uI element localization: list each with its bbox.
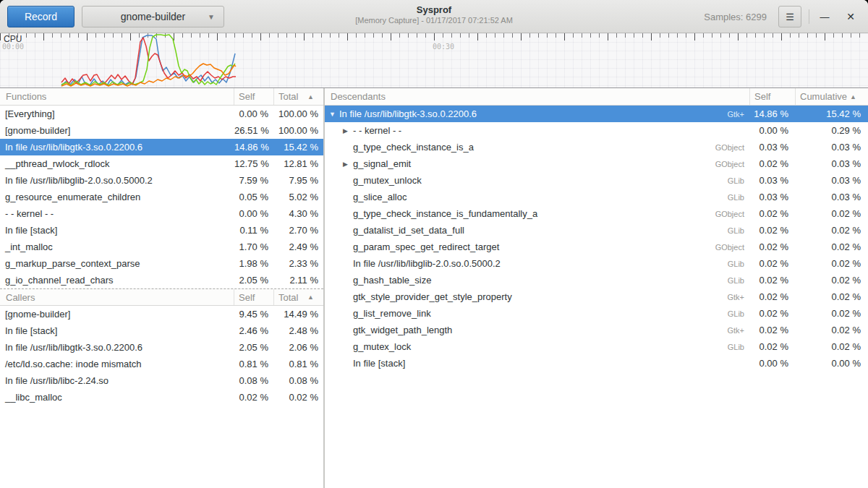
time-label-start: 00:00 — [2, 43, 24, 51]
cumulative-value: 0.02 % — [796, 208, 868, 219]
function-name: g_markup_parse_context_parse — [0, 258, 234, 269]
tree-row[interactable]: ▶g_signal_emitGObject0.02 %0.03 % — [325, 155, 868, 172]
cumulative-value: 0.02 % — [796, 325, 868, 335]
table-row[interactable]: In file /usr/lib/libgtk-3.so.0.2200.614.… — [0, 139, 323, 155]
tree-row[interactable]: g_type_check_instance_is_aGObject0.03 %0… — [325, 139, 868, 155]
table-row[interactable]: _int_malloc1.70 %2.49 % — [0, 239, 323, 255]
table-row[interactable]: In file /usr/lib/libglib-2.0.so.0.5000.2… — [0, 172, 323, 189]
total-value: 2.11 % — [274, 275, 323, 286]
function-name: [gnome-builder] — [0, 125, 234, 136]
total-value: 12.81 % — [274, 158, 323, 169]
cumulative-column-header[interactable]: Cumulative ▲ — [796, 88, 868, 105]
tree-row[interactable]: In file [stack]0.00 %0.00 % — [325, 355, 868, 372]
table-row[interactable]: /etc/ld.so.cache: inode mismatch0.81 %0.… — [0, 356, 323, 372]
self-column-header[interactable]: Self — [234, 88, 274, 105]
self-value: 0.00 % — [234, 208, 274, 219]
tree-row[interactable]: g_list_remove_linkGLib0.02 %0.02 % — [325, 305, 868, 322]
self-value: 2.05 % — [234, 342, 274, 353]
function-name: g_type_check_instance_is_a — [353, 142, 474, 153]
table-row[interactable]: [Everything]0.00 %100.00 % — [0, 106, 323, 122]
minimize-button[interactable]: — — [813, 6, 836, 27]
self-column-header[interactable]: Self — [234, 289, 274, 305]
tree-row[interactable]: g_type_check_instance_is_fundamentally_a… — [325, 205, 868, 222]
descendants-tree: ▼In file /usr/lib/libgtk-3.so.0.2200.6Gt… — [325, 106, 868, 372]
self-value: 12.75 % — [234, 158, 274, 169]
self-value: 0.02 % — [750, 241, 796, 252]
callers-column-header[interactable]: Callers — [0, 289, 234, 305]
tree-row[interactable]: gtk_style_provider_get_style_propertyGtk… — [325, 288, 868, 305]
function-name: g_param_spec_get_redirect_target — [353, 241, 499, 252]
total-value: 2.48 % — [274, 325, 323, 336]
library-tag: Gtk+ — [727, 326, 750, 335]
table-row[interactable]: __libc_malloc0.02 %0.02 % — [0, 389, 323, 406]
descendants-column-header[interactable]: Descendants — [325, 88, 750, 105]
sort-ascending-icon: ▲ — [307, 93, 314, 100]
library-tag: GObject — [715, 160, 750, 168]
process-selector-dropdown[interactable]: gnome-builder ▼ — [82, 6, 224, 27]
cumulative-value: 0.03 % — [796, 192, 868, 202]
tree-row[interactable]: g_datalist_id_set_data_fullGLib0.02 %0.0… — [325, 222, 868, 239]
functions-column-header[interactable]: Functions — [0, 88, 234, 105]
tree-row[interactable]: gtk_widget_path_lengthGtk+0.02 %0.02 % — [325, 322, 868, 338]
table-row[interactable]: [gnome-builder]26.51 %100.00 % — [0, 122, 323, 139]
self-value: 9.45 % — [234, 309, 274, 320]
total-value: 2.33 % — [274, 258, 323, 269]
expander-icon[interactable]: ▶ — [343, 127, 353, 134]
table-row[interactable]: __pthread_rwlock_rdlock12.75 %12.81 % — [0, 155, 323, 172]
tree-row[interactable]: g_param_spec_get_redirect_targetGObject0… — [325, 239, 868, 255]
library-tag: GLib — [728, 176, 750, 185]
self-value: 0.02 % — [750, 291, 796, 302]
tree-row[interactable]: g_mutex_lockGLib0.02 %0.02 % — [325, 338, 868, 355]
menu-button[interactable]: ☰ — [778, 6, 801, 27]
table-row[interactable]: In file [stack]2.46 %2.48 % — [0, 322, 323, 339]
close-button[interactable]: ✕ — [839, 6, 862, 27]
tree-row[interactable]: g_slice_allocGLib0.03 %0.03 % — [325, 189, 868, 205]
tree-row[interactable]: g_hash_table_sizeGLib0.02 %0.02 % — [325, 272, 868, 288]
callers-list: [gnome-builder]9.45 %14.49 %In file [sta… — [0, 306, 323, 406]
self-value: 0.00 % — [750, 125, 796, 136]
tree-row[interactable]: ▶- - kernel - -0.00 %0.29 % — [325, 122, 868, 139]
library-tag: Gtk+ — [727, 293, 750, 301]
function-name: [gnome-builder] — [0, 309, 234, 320]
process-selector-label: gnome-builder — [121, 11, 186, 22]
self-value: 0.02 % — [234, 392, 274, 403]
function-name: __pthread_rwlock_rdlock — [0, 158, 234, 169]
total-column-header[interactable]: Total ▲ — [274, 88, 323, 105]
functions-header: Functions Self Total ▲ — [0, 88, 323, 106]
cpu-timeline[interactable]: CPU 00:00 00:30 — [0, 33, 868, 88]
tree-row[interactable]: In file /usr/lib/libglib-2.0.so.0.5000.2… — [325, 255, 868, 272]
table-row[interactable]: - - kernel - -0.00 %4.30 % — [0, 205, 323, 222]
expander-icon[interactable]: ▶ — [343, 160, 353, 168]
tree-row[interactable]: g_mutex_unlockGLib0.03 %0.03 % — [325, 172, 868, 189]
self-column-header[interactable]: Self — [750, 88, 796, 105]
table-row[interactable]: In file [stack]0.11 %2.70 % — [0, 222, 323, 239]
time-label-mid: 00:30 — [433, 43, 454, 51]
functions-list: [Everything]0.00 %100.00 %[gnome-builder… — [0, 106, 323, 288]
self-value: 0.02 % — [750, 158, 796, 169]
table-row[interactable]: [gnome-builder]9.45 %14.49 % — [0, 306, 323, 322]
function-name: gtk_style_provider_get_style_property — [353, 291, 512, 302]
table-row[interactable]: g_io_channel_read_chars2.05 %2.11 % — [0, 272, 323, 288]
tree-row[interactable]: ▼In file /usr/lib/libgtk-3.so.0.2200.6Gt… — [325, 106, 868, 122]
callers-header[interactable]: Callers Self Total ▲ — [0, 288, 323, 306]
expander-icon[interactable]: ▼ — [329, 111, 339, 118]
function-name: In file [stack] — [0, 225, 234, 236]
headerbar: Record gnome-builder ▼ Sysprof [Memory C… — [0, 0, 868, 33]
total-value: 2.70 % — [274, 225, 323, 236]
self-value: 0.81 % — [234, 359, 274, 369]
self-value: 0.02 % — [750, 341, 796, 352]
self-value: 0.00 % — [234, 108, 274, 119]
library-tag: GLib — [728, 343, 750, 351]
self-value: 0.03 % — [750, 175, 796, 186]
self-value: 0.05 % — [234, 192, 274, 202]
table-row[interactable]: g_resource_enumerate_children0.05 %5.02 … — [0, 189, 323, 205]
function-name: g_io_channel_read_chars — [0, 275, 234, 286]
total-value: 2.49 % — [274, 241, 323, 252]
table-row[interactable]: In file /usr/lib/libgtk-3.so.0.2200.62.0… — [0, 339, 323, 356]
table-row[interactable]: In file /usr/lib/libc-2.24.so0.08 %0.08 … — [0, 372, 323, 389]
total-column-label: Total — [278, 91, 298, 102]
total-column-header[interactable]: Total ▲ — [274, 289, 323, 305]
cumulative-column-label: Cumulative — [800, 91, 847, 102]
record-button[interactable]: Record — [7, 6, 75, 27]
table-row[interactable]: g_markup_parse_context_parse1.98 %2.33 % — [0, 255, 323, 272]
